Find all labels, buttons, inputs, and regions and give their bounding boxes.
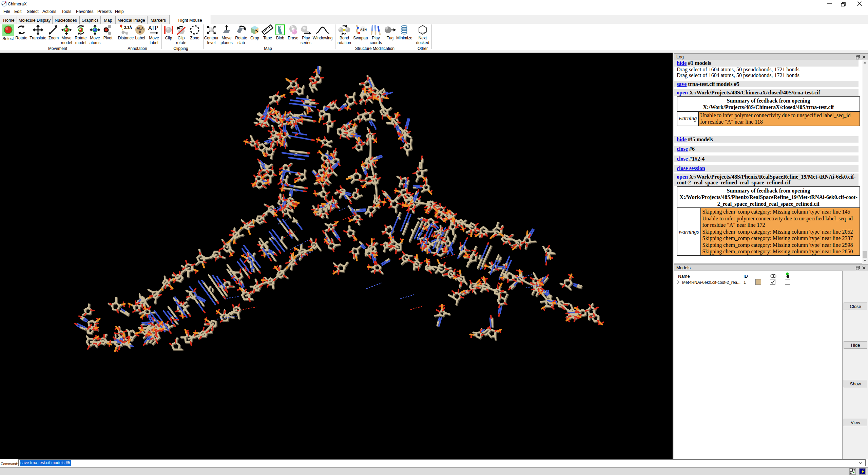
- svg-text:2.3Å: 2.3Å: [124, 25, 132, 30]
- svg-text:ASN: ASN: [360, 28, 367, 31]
- svg-text:X: X: [4, 1, 7, 4]
- svg-text:8: 8: [139, 30, 141, 34]
- svg-text:ATP: ATP: [148, 25, 158, 31]
- svg-text:ALA: ALA: [137, 26, 144, 30]
